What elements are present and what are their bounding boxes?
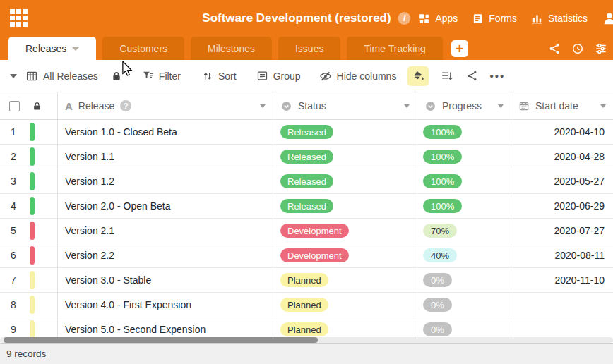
share-view-button[interactable] [466, 70, 478, 82]
horizontal-scrollbar-track[interactable] [0, 337, 613, 343]
start-date-cell[interactable]: 2020-04-10 [511, 120, 613, 144]
column-label: Release [78, 100, 114, 111]
tabbar-icons [548, 37, 613, 60]
add-table-button[interactable]: + [451, 40, 468, 57]
progress-cell[interactable]: 100% [417, 145, 511, 169]
column-dropdown-icon[interactable] [498, 104, 504, 108]
nav-forms[interactable]: Forms [472, 13, 517, 25]
nav-user[interactable] [602, 11, 613, 26]
release-cell[interactable]: Version 2.1 [58, 219, 273, 243]
table-row[interactable]: 4 Version 2.0 - Open Beta Released 100% … [0, 194, 613, 219]
column-dropdown-icon[interactable] [600, 104, 606, 108]
row-height-icon [441, 70, 453, 83]
row-head-cell[interactable]: 1 [0, 120, 58, 144]
start-date-cell[interactable]: 2020-11-10 [511, 268, 613, 292]
status-cell[interactable]: Development [273, 243, 417, 267]
table-row[interactable]: 5 Version 2.1 Development 70% 2020-07-27 [0, 219, 613, 243]
progress-badge: 0% [423, 273, 452, 287]
row-head-cell[interactable]: 8 [0, 293, 58, 317]
status-cell[interactable]: Released [273, 145, 417, 169]
status-cell[interactable]: Released [273, 194, 417, 218]
nav-statistics[interactable]: Statistics [531, 13, 588, 25]
column-dropdown-icon[interactable] [260, 104, 266, 108]
row-head-cell[interactable]: 5 [0, 219, 58, 243]
sort-button[interactable]: Sort [202, 71, 237, 82]
sort-label: Sort [218, 71, 237, 82]
column-header-release[interactable]: A Release ? [58, 92, 273, 119]
column-label: Start date [535, 100, 578, 111]
progress-cell[interactable]: 0% [417, 268, 511, 292]
column-dropdown-icon[interactable] [404, 104, 410, 108]
table-tab[interactable]: Issues [278, 37, 340, 60]
table-row[interactable]: 2 Version 1.1 Released 100% 2020-04-28 [0, 145, 613, 169]
select-all-checkbox[interactable] [9, 101, 20, 111]
header-nav: Apps Forms Statistics [418, 0, 613, 37]
release-cell[interactable]: Version 3.0 - Stable [58, 268, 273, 292]
status-cell[interactable]: Development [273, 219, 417, 243]
history-icon[interactable] [571, 42, 584, 55]
row-head-cell[interactable]: 4 [0, 194, 58, 218]
progress-cell[interactable]: 70% [417, 219, 511, 243]
lock-view-icon[interactable] [111, 71, 122, 82]
nav-apps[interactable]: Apps [418, 13, 458, 25]
table-row[interactable]: 1 Version 1.0 - Closed Beta Released 100… [0, 120, 613, 145]
column-header-status[interactable]: Status [273, 92, 417, 119]
release-cell[interactable]: Version 1.2 [58, 169, 273, 193]
progress-cell[interactable]: 100% [417, 169, 511, 193]
row-head-cell[interactable]: 2 [0, 145, 58, 169]
more-options-button[interactable]: ••• [489, 70, 505, 82]
table-tab[interactable]: Releases [8, 37, 96, 60]
table-row[interactable]: 7 Version 3.0 - Stable Planned 0% 2020-1… [0, 268, 613, 293]
table-row[interactable]: 6 Version 2.2 Development 40% 2020-08-11 [0, 243, 613, 268]
filter-button[interactable]: Filter [142, 70, 181, 82]
views-collapse-icon[interactable] [10, 74, 17, 78]
status-cell[interactable]: Planned [273, 293, 417, 317]
view-settings-icon[interactable] [595, 42, 607, 55]
progress-cell[interactable]: 100% [417, 120, 511, 144]
table-tab[interactable]: Milestones [191, 37, 272, 60]
row-head-cell[interactable]: 7 [0, 268, 58, 292]
column-header-progress[interactable]: Progress [417, 92, 511, 119]
start-date-cell[interactable]: 2020-05-27 [511, 169, 613, 193]
progress-badge: 100% [423, 150, 462, 164]
release-cell[interactable]: Version 2.2 [58, 243, 273, 267]
group-button[interactable]: Group [256, 70, 301, 82]
help-icon[interactable]: ? [120, 100, 131, 111]
row-height-button[interactable] [441, 70, 453, 83]
progress-cell[interactable]: 40% [417, 243, 511, 267]
table-row[interactable]: 3 Version 1.2 Released 100% 2020-05-27 [0, 169, 613, 194]
start-date-cell[interactable]: 2020-04-28 [511, 145, 613, 169]
table-row[interactable]: 8 Version 4.0 - First Expension Planned … [0, 293, 613, 317]
release-cell[interactable]: Version 4.0 - First Expension [58, 293, 273, 317]
column-header-start-date[interactable]: Start date [511, 92, 613, 119]
info-icon[interactable]: i [398, 12, 411, 25]
share-icon[interactable] [548, 42, 561, 55]
start-date-cell[interactable]: 2020-06-29 [511, 194, 613, 218]
start-date-value: 2020-08-11 [554, 250, 605, 261]
view-selector[interactable]: All Releases [25, 70, 98, 83]
progress-cell[interactable]: 0% [417, 293, 511, 317]
release-cell[interactable]: Version 2.0 - Open Beta [58, 194, 273, 218]
horizontal-scrollbar-thumb[interactable] [4, 337, 318, 343]
release-cell[interactable]: Version 1.0 - Closed Beta [58, 120, 273, 144]
release-cell[interactable]: Version 1.1 [58, 145, 273, 169]
start-date-cell[interactable]: 2020-08-11 [511, 243, 613, 267]
progress-cell[interactable]: 100% [417, 194, 511, 218]
progress-badge: 40% [423, 248, 457, 262]
start-date-cell[interactable] [511, 293, 613, 317]
row-head-cell[interactable]: 6 [0, 243, 58, 267]
start-date-cell[interactable]: 2020-07-27 [511, 219, 613, 243]
status-cell[interactable]: Planned [273, 268, 417, 292]
status-cell[interactable]: Released [273, 120, 417, 144]
start-date-value: 2020-04-10 [554, 126, 605, 138]
hide-columns-button[interactable]: Hide columns [319, 70, 397, 83]
app-launcher-icon[interactable] [10, 9, 28, 28]
row-head-cell[interactable]: 3 [0, 169, 58, 193]
row-number: 9 [0, 324, 27, 335]
table-tab[interactable]: Customers [102, 37, 184, 60]
row-color-button[interactable] [407, 66, 429, 86]
table-tab[interactable]: Time Tracking [347, 37, 442, 60]
progress-badge: 70% [423, 224, 457, 238]
status-cell[interactable]: Released [273, 169, 417, 193]
release-name: Version 2.0 - Open Beta [65, 200, 170, 212]
